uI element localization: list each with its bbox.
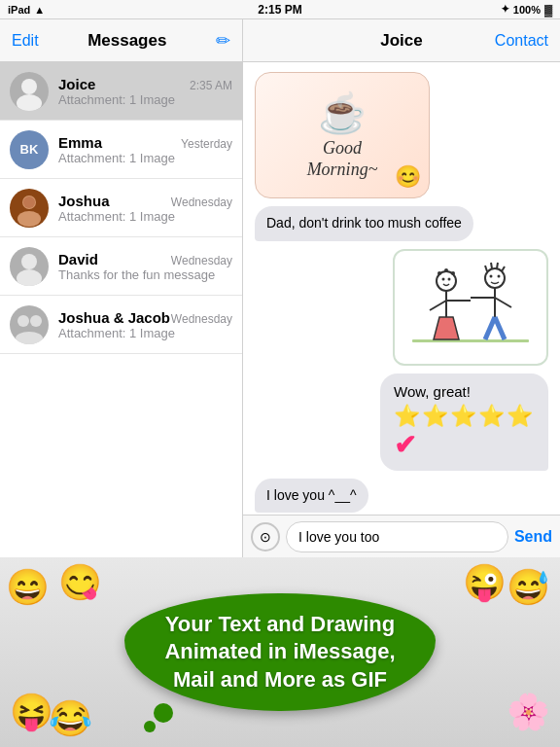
svg-point-0	[21, 79, 37, 94]
rating-bubble: Wow, great! ⭐⭐⭐⭐⭐ ✔	[380, 374, 548, 471]
messages-title: Messages	[88, 31, 166, 51]
bluetooth-icon: ✦	[501, 3, 509, 16]
ipad-label: iPad	[8, 4, 30, 16]
status-time: 2:15 PM	[258, 3, 301, 17]
svg-line-32	[502, 267, 505, 271]
message-preview: Attachment: 1 Image	[58, 151, 232, 165]
list-item[interactable]: Joshua Wednesday Attachment: 1 Image	[0, 179, 242, 237]
svg-line-30	[491, 263, 492, 268]
svg-point-5	[21, 254, 37, 269]
main-content: Edit Messages ✏ Joice 2:35 AM A	[0, 19, 560, 557]
emoji-decoration: 🌸	[507, 692, 550, 732]
svg-point-4	[23, 196, 35, 208]
svg-point-16	[442, 277, 445, 280]
svg-point-20	[451, 271, 455, 275]
contact-name: Joshua & Jacob	[58, 309, 170, 326]
list-item[interactable]: Joshua & Jacob Wednesday Attachment: 1 I…	[0, 296, 242, 354]
smiley-sticker: 😊	[395, 164, 421, 190]
message-bubble-row	[255, 249, 548, 366]
contact-name: David	[58, 251, 98, 267]
emoji-decoration: 😂	[49, 698, 92, 739]
list-item[interactable]: BK Emma Yesterday Attachment: 1 Image	[0, 121, 242, 179]
message-bubble-row: Dad, don't drink too mush coffee	[255, 206, 548, 241]
stick-figure-card	[393, 249, 548, 366]
message-bubble-row: Wow, great! ⭐⭐⭐⭐⭐ ✔	[255, 374, 548, 471]
message-time: 2:35 AM	[190, 79, 232, 92]
messages-panel: Edit Messages ✏ Joice 2:35 AM A	[0, 19, 243, 557]
contact-button[interactable]: Contact	[495, 32, 548, 50]
svg-line-14	[430, 301, 446, 310]
list-item[interactable]: Joice 2:35 AM Attachment: 1 Image	[0, 62, 242, 121]
message-preview: Attachment: 1 Image	[58, 92, 232, 107]
svg-point-19	[444, 268, 448, 272]
status-left: iPad ▲	[8, 4, 45, 16]
received-bubble: Dad, don't drink too mush coffee	[255, 206, 473, 241]
camera-icon: ⊙	[260, 529, 271, 545]
svg-point-18	[438, 271, 441, 275]
svg-line-23	[485, 317, 495, 339]
compose-button[interactable]: ✏	[212, 26, 234, 55]
emoji-decoration: 😜	[463, 562, 507, 603]
battery-icon: ▓	[544, 4, 552, 16]
svg-line-24	[495, 317, 505, 339]
svg-point-8	[30, 315, 42, 327]
checkmark-icon: ✔	[394, 429, 535, 461]
coffee-cup-icon: ☕	[318, 90, 367, 136]
message-list: Joice 2:35 AM Attachment: 1 Image BK Emm…	[0, 62, 242, 557]
message-info: Joshua & Jacob Wednesday Attachment: 1 I…	[58, 309, 232, 340]
message-info: Emma Yesterday Attachment: 1 Image	[58, 134, 232, 165]
message-info: David Wednesday Thanks for the fun messa…	[58, 251, 232, 282]
good-morning-text: GoodMorning~	[307, 138, 378, 180]
svg-point-9	[16, 332, 43, 344]
emoji-decoration: 😋	[58, 562, 102, 603]
svg-rect-10	[412, 339, 529, 342]
svg-marker-13	[434, 317, 459, 339]
stars: ⭐⭐⭐⭐⭐	[394, 404, 535, 429]
message-info: Joice 2:35 AM Attachment: 1 Image	[58, 76, 232, 107]
chat-messages: ☕ GoodMorning~ 😊 Dad, don't drink too mu…	[243, 62, 560, 515]
emoji-decoration: 😅	[507, 567, 550, 608]
message-preview: Attachment: 1 Image	[58, 326, 232, 340]
avatar	[10, 72, 49, 111]
good-morning-card: ☕ GoodMorning~ 😊	[255, 72, 430, 198]
svg-line-31	[497, 263, 498, 268]
message-preview: Thanks for the fun message	[58, 267, 232, 282]
list-item[interactable]: David Wednesday Thanks for the fun messa…	[0, 237, 242, 296]
contact-name: Joshua	[58, 193, 110, 209]
status-right: ✦ 100% ▓	[501, 3, 552, 16]
message-time: Wednesday	[171, 312, 232, 326]
message-time: Yesterday	[181, 137, 232, 151]
message-bubble-row: ☕ GoodMorning~ 😊	[255, 72, 548, 198]
message-info: Joshua Wednesday Attachment: 1 Image	[58, 193, 232, 224]
avatar	[10, 305, 49, 344]
message-preview: Attachment: 1 Image	[58, 209, 232, 224]
chat-contact-title: Joice	[380, 31, 422, 51]
emoji-decoration: 😝	[10, 692, 53, 732]
send-button[interactable]: Send	[514, 528, 552, 546]
svg-point-1	[17, 94, 42, 111]
emoji-decoration: 😄	[6, 567, 50, 608]
status-bar: iPad ▲ 2:15 PM ✦ 100% ▓	[0, 0, 560, 19]
message-input[interactable]	[286, 521, 508, 552]
chat-header: Joice Contact	[243, 19, 560, 62]
message-time: Wednesday	[171, 254, 232, 267]
svg-point-17	[448, 277, 451, 280]
promo-text: Your Text and Drawing Animated in iMessa…	[154, 611, 406, 694]
messages-header: Edit Messages ✏	[0, 19, 242, 62]
svg-line-26	[495, 298, 511, 307]
rating-text: Wow, great!	[394, 383, 535, 400]
svg-point-6	[17, 269, 42, 286]
avatar	[10, 189, 49, 228]
avatar	[10, 247, 49, 286]
svg-point-27	[490, 274, 493, 277]
edit-button[interactable]: Edit	[8, 28, 43, 53]
camera-button[interactable]: ⊙	[251, 522, 280, 551]
svg-point-28	[498, 274, 501, 277]
svg-point-3	[18, 211, 41, 227]
stick-figure-svg	[402, 254, 539, 361]
message-bubble-row: I love you ^__^	[255, 479, 548, 514]
contact-name: Emma	[58, 134, 102, 151]
message-time: Wednesday	[171, 196, 232, 209]
wifi-icon: ▲	[34, 4, 45, 16]
promo-bubble: Your Text and Drawing Animated in iMessa…	[124, 593, 436, 712]
